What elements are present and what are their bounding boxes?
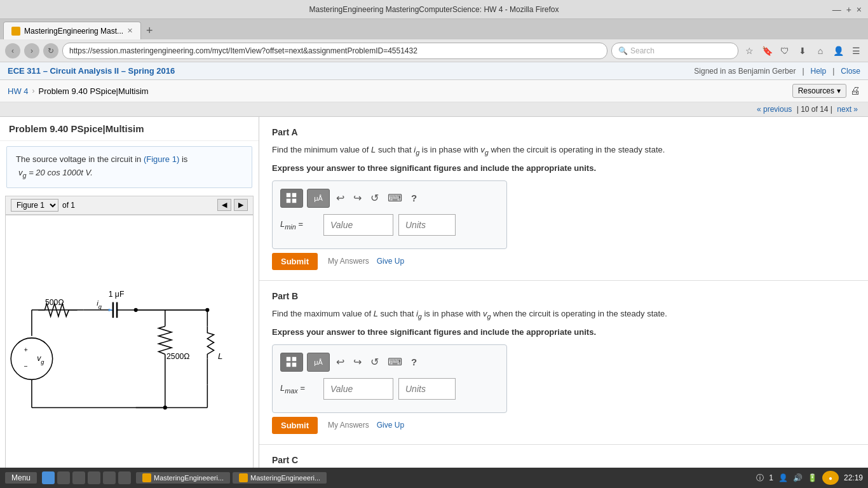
- svg-rect-30: [292, 357, 296, 361]
- maximize-btn[interactable]: +: [846, 4, 851, 15]
- part-a-units-input[interactable]: [398, 214, 456, 236]
- ig-circuit-label: ig: [97, 299, 102, 309]
- window-controls[interactable]: — + ×: [832, 4, 862, 15]
- browser-tab-active[interactable]: MasteringEngineering Mast... ✕: [3, 22, 141, 39]
- previous-link[interactable]: « previous: [757, 105, 792, 114]
- help-tool-btn-a[interactable]: ?: [409, 191, 419, 205]
- undo-tool-btn-b[interactable]: ↩: [334, 355, 347, 369]
- home-icon[interactable]: ⌂: [813, 44, 827, 58]
- micro-tool-btn-b[interactable]: μÅ: [307, 353, 330, 372]
- part-a-submit-row: Submit My Answers Give Up: [272, 253, 855, 270]
- page-count: 10 of 14: [801, 105, 828, 114]
- keyboard-tool-btn-b[interactable]: ⌨: [385, 355, 405, 369]
- figure-link[interactable]: (Figure 1): [144, 154, 179, 164]
- c1-label: 1 μF: [109, 290, 125, 299]
- taskbar-icon-3: [72, 471, 85, 484]
- part-b-answer-box: μÅ ↩ ↪ ↺ ⌨ ? Lmax =: [272, 344, 507, 413]
- figure-next-btn[interactable]: ▶: [234, 199, 248, 211]
- part-a-value-input[interactable]: [323, 214, 393, 236]
- breadcrumb-right: Resources ▾ 🖨: [792, 84, 860, 98]
- taskbar-item-1-icon: [142, 473, 151, 482]
- minimize-btn[interactable]: —: [832, 4, 841, 15]
- forward-button[interactable]: ›: [24, 43, 39, 58]
- taskbar-item-2[interactable]: MasteringEngineeeri...: [233, 472, 327, 484]
- star-icon[interactable]: ☆: [742, 44, 756, 58]
- status-bar: Menu MasteringEngineeeri... MasteringEng…: [0, 468, 868, 488]
- separator-2: |: [832, 67, 834, 76]
- svg-rect-31: [287, 363, 290, 367]
- problem-text-2: is: [182, 154, 187, 164]
- problem-eq: vg = 20 cos 1000t V.: [18, 168, 93, 177]
- figure-prev-btn[interactable]: ◀: [217, 199, 231, 211]
- close-btn[interactable]: ×: [857, 4, 862, 15]
- menu-icon[interactable]: ☰: [849, 44, 863, 58]
- figure-select[interactable]: Figure 1: [11, 199, 58, 212]
- breadcrumb-sep: ›: [32, 86, 35, 95]
- part-a-submit-btn[interactable]: Submit: [272, 253, 318, 270]
- shield-icon[interactable]: 🛡: [778, 44, 792, 58]
- download-icon[interactable]: ⬇: [796, 44, 810, 58]
- taskbar-items: MasteringEngineeeri... MasteringEngineee…: [136, 472, 751, 484]
- resources-button[interactable]: Resources ▾: [792, 84, 846, 98]
- bookmark-icon[interactable]: 🔖: [760, 44, 774, 58]
- toolbar-icons: ☆ 🔖 🛡 ⬇ ⌂ 👤 ☰: [742, 44, 863, 58]
- search-bar[interactable]: 🔍 Search: [611, 43, 738, 59]
- part-a-instruction: Express your answer to three significant…: [272, 163, 855, 173]
- grid-tool-btn-a[interactable]: [280, 189, 303, 208]
- part-b-equation: Lmax =: [280, 378, 499, 400]
- header-links: Signed in as Benjamin Gerber | Help | Cl…: [694, 67, 860, 76]
- part-b-toolbar: μÅ ↩ ↪ ↺ ⌨ ?: [280, 353, 499, 372]
- part-b-submit-btn[interactable]: Submit: [272, 417, 318, 434]
- tab-close-btn[interactable]: ✕: [127, 27, 133, 35]
- next-link[interactable]: next »: [837, 105, 858, 114]
- grid-tool-btn-b[interactable]: [280, 353, 303, 372]
- help-link[interactable]: Help: [811, 67, 827, 76]
- breadcrumb-hw[interactable]: HW 4: [8, 86, 29, 96]
- new-tab-button[interactable]: +: [141, 22, 158, 39]
- search-placeholder: Search: [630, 46, 654, 55]
- taskbar-item-1[interactable]: MasteringEngineeeri...: [136, 472, 230, 484]
- redo-tool-btn-a[interactable]: ↪: [351, 191, 364, 205]
- left-panel: Problem 9.40 PSpice|Multisim The source …: [0, 117, 259, 482]
- status-icon-2: 1: [769, 473, 773, 482]
- part-a-section: Part A Find the minimum value of L such …: [259, 117, 868, 281]
- refresh-button[interactable]: ↻: [43, 43, 58, 58]
- of-label: of 1: [62, 201, 75, 210]
- part-b-submit-row: Submit My Answers Give Up: [272, 417, 855, 434]
- part-a-label: Part A: [272, 127, 855, 137]
- undo-tool-btn-a[interactable]: ↩: [334, 191, 347, 205]
- tab-label: MasteringEngineering Mast...: [24, 27, 123, 36]
- menu-button[interactable]: Menu: [5, 472, 37, 484]
- part-b-give-up-link[interactable]: Give Up: [377, 421, 404, 430]
- part-a-equation: Lmin =: [280, 214, 499, 236]
- part-b-units-input[interactable]: [398, 378, 456, 400]
- print-icon[interactable]: 🖨: [850, 85, 860, 97]
- separator-1: |: [802, 67, 804, 76]
- keyboard-tool-btn-a[interactable]: ⌨: [385, 191, 405, 205]
- help-tool-btn-b[interactable]: ?: [409, 355, 419, 369]
- close-link[interactable]: Close: [841, 67, 860, 76]
- url-bar[interactable]: https://session.masteringengineering.com…: [62, 43, 607, 59]
- part-a-toolbar: μÅ ↩ ↪ ↺ ⌨ ?: [280, 189, 499, 208]
- part-b-value-input[interactable]: [323, 378, 393, 400]
- person-icon[interactable]: 👤: [831, 44, 845, 58]
- lmin-label: Lmin =: [280, 219, 318, 231]
- redo-tool-btn-b[interactable]: ↪: [351, 355, 364, 369]
- back-button[interactable]: ‹: [5, 43, 20, 58]
- separator-pipe2: |: [831, 105, 834, 114]
- status-icon-5: 🔋: [808, 473, 817, 482]
- breadcrumb: HW 4 › Problem 9.40 PSpice|Multisim: [8, 86, 149, 96]
- part-a-give-up-link[interactable]: Give Up: [377, 257, 404, 266]
- status-right: ⓘ 1 👤 🔊 🔋 ● 22:19: [756, 471, 863, 485]
- svg-rect-28: [292, 199, 296, 203]
- problem-title: Problem 9.40 PSpice|Multisim: [0, 117, 259, 141]
- taskbar-icon-1: [42, 471, 55, 484]
- svg-rect-26: [292, 193, 296, 197]
- micro-tool-btn-a[interactable]: μÅ: [307, 189, 330, 208]
- reset-tool-btn-a[interactable]: ↺: [368, 191, 381, 205]
- svg-rect-27: [287, 199, 290, 203]
- reset-tool-btn-b[interactable]: ↺: [368, 355, 381, 369]
- r2-label: 2500Ω: [166, 351, 189, 360]
- taskbar-icon-4: [88, 471, 100, 484]
- resources-arrow: ▾: [837, 86, 841, 95]
